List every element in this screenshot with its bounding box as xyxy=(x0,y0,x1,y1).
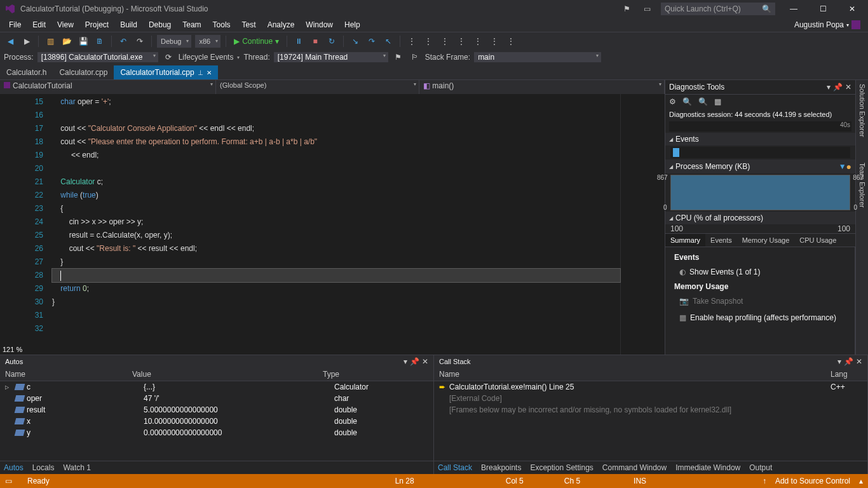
take-snapshot-link[interactable]: 📷Take Snapshot xyxy=(670,293,850,309)
lifecycle-label[interactable]: Lifecycle Events xyxy=(179,53,234,62)
autos-col-name[interactable]: Name xyxy=(5,370,132,379)
callstack-row[interactable]: ➨CalculatorTutorial.exe!main() Line 25C+… xyxy=(434,381,867,393)
menu-view[interactable]: View xyxy=(52,19,79,30)
callstack-row[interactable]: [External Code] xyxy=(434,393,867,404)
autos-col-value[interactable]: Value xyxy=(132,370,323,379)
file-tab[interactable]: Calculator.cpp xyxy=(53,65,114,79)
menu-edit[interactable]: Edit xyxy=(27,19,51,30)
save-icon[interactable]: 💾 xyxy=(77,35,90,48)
zoom-out-icon[interactable]: 🔍 xyxy=(698,97,708,106)
redo-icon[interactable]: ↷ xyxy=(133,35,146,48)
diag-tab-summary[interactable]: Summary xyxy=(665,234,705,247)
misc1-icon[interactable]: ⋮ xyxy=(405,35,418,48)
dropdown-icon[interactable]: ▾ xyxy=(837,357,841,366)
minimap[interactable] xyxy=(620,94,665,355)
mem-snapshot-icon[interactable]: ● xyxy=(846,161,851,172)
file-tab[interactable]: Calculator.h xyxy=(0,65,53,79)
menu-project[interactable]: Project xyxy=(80,19,114,30)
bottom-tab[interactable]: Output xyxy=(749,463,772,472)
autos-row[interactable]: x10.000000000000000double xyxy=(0,416,433,427)
dropdown-icon[interactable]: ▾ xyxy=(403,357,407,366)
step-over-icon[interactable]: ↷ xyxy=(365,35,378,48)
file-tab[interactable]: CalculatorTutorial.cpp ⟂ ✕ xyxy=(114,65,217,79)
platform-combo[interactable]: x86 xyxy=(195,35,220,48)
stackframe-combo[interactable]: main xyxy=(474,52,601,62)
flag-threads-icon[interactable]: 🏳 xyxy=(409,51,421,64)
pin-icon[interactable]: 📌 xyxy=(410,357,419,366)
cs-col-lang[interactable]: Lang xyxy=(831,370,862,379)
autos-row[interactable]: result5.0000000000000000double xyxy=(0,404,433,416)
user-menu[interactable]: Augustin Popa ▾ xyxy=(790,19,864,30)
diag-tab-cpu-usage[interactable]: CPU Usage xyxy=(794,234,841,247)
misc7-icon[interactable]: ⋮ xyxy=(505,35,517,48)
bottom-tab[interactable]: Exception Settings xyxy=(530,463,593,472)
zoom-in-icon[interactable]: 🔍 xyxy=(682,97,692,106)
autos-row[interactable]: oper47 '/'char xyxy=(0,393,433,404)
process-combo[interactable]: [13896] CalculatorTutorial.exe xyxy=(37,52,158,62)
misc3-icon[interactable]: ⋮ xyxy=(438,35,451,48)
bottom-tab[interactable]: Autos xyxy=(4,463,24,472)
gear-icon[interactable]: ⚙ xyxy=(669,97,676,106)
solution-explorer-tab[interactable]: Solution Explorer xyxy=(858,84,866,137)
line-number-gutter[interactable]: 1516171819202122232425➨26272829303132 xyxy=(0,94,50,355)
memory-section[interactable]: ◢Process Memory (KB)▼ ● xyxy=(665,159,855,173)
nav-fwd-icon[interactable]: ▶ xyxy=(20,35,33,48)
thread-combo[interactable]: [19724] Main Thread xyxy=(274,52,388,62)
publish-icon[interactable]: ↑ xyxy=(763,477,766,485)
misc2-icon[interactable]: ⋮ xyxy=(422,35,435,48)
continue-button[interactable]: ▶Continue ▾ xyxy=(231,37,281,46)
maximize-button[interactable]: ☐ xyxy=(812,1,834,17)
diag-tab-events[interactable]: Events xyxy=(705,234,737,247)
bottom-tab[interactable]: Call Stack xyxy=(438,463,472,472)
break-all-icon[interactable]: ⏸ xyxy=(292,35,305,48)
menu-file[interactable]: File xyxy=(4,19,26,30)
flag-icon[interactable]: ⚑ xyxy=(620,3,633,15)
stop-icon[interactable]: ■ xyxy=(309,35,322,48)
misc4-icon[interactable]: ⋮ xyxy=(455,35,468,48)
restart-icon[interactable]: ↻ xyxy=(325,35,338,48)
menu-window[interactable]: Window xyxy=(301,19,338,30)
events-section[interactable]: ◢Events xyxy=(665,133,855,146)
close-icon[interactable]: ✕ xyxy=(422,357,428,366)
status-scc[interactable]: Add to Source Control xyxy=(775,477,850,485)
cs-col-name[interactable]: Name xyxy=(439,370,831,379)
cpu-section[interactable]: ◢CPU (% of all processors) xyxy=(665,212,855,224)
new-project-icon[interactable]: ▥ xyxy=(44,35,57,48)
code-area[interactable]: char oper = '+'; cout << "Calculator Con… xyxy=(50,94,620,355)
pin-icon[interactable]: ⟂ xyxy=(198,68,203,77)
zoom-combo[interactable]: 121 % xyxy=(3,346,22,353)
nav-back-icon[interactable]: ◀ xyxy=(4,35,17,48)
notify-icon[interactable]: ▭ xyxy=(641,3,653,15)
menu-tools[interactable]: Tools xyxy=(208,19,236,30)
lifecycle-icon[interactable]: ⟳ xyxy=(162,51,175,64)
mem-pause-icon[interactable]: ▼ xyxy=(839,162,846,171)
pin-icon[interactable]: 📌 xyxy=(833,83,843,92)
filter-icon[interactable]: ⚑ xyxy=(392,51,405,64)
reset-icon[interactable]: ▦ xyxy=(714,97,721,106)
nav-scope[interactable]: (Global Scope) xyxy=(216,80,419,94)
autos-col-type[interactable]: Type xyxy=(323,370,428,379)
close-icon[interactable]: ✕ xyxy=(856,357,862,366)
close-tab-icon[interactable]: ✕ xyxy=(207,69,212,76)
menu-build[interactable]: Build xyxy=(115,19,142,30)
timeline-ruler[interactable]: 40s xyxy=(669,121,851,132)
menu-team[interactable]: Team xyxy=(177,19,206,30)
step-into-icon[interactable]: ↘ xyxy=(349,35,362,48)
menu-help[interactable]: Help xyxy=(339,19,365,30)
bottom-tab[interactable]: Locals xyxy=(32,463,55,472)
close-panel-icon[interactable]: ✕ xyxy=(845,83,851,92)
step-out-icon[interactable]: ↖ xyxy=(382,35,395,48)
bottom-tab[interactable]: Watch 1 xyxy=(63,463,91,472)
autos-row[interactable]: ▷c{...}Calculator xyxy=(0,381,433,393)
nav-member[interactable]: ◧ main() xyxy=(419,80,665,94)
bottom-tab[interactable]: Command Window xyxy=(602,463,667,472)
diag-tab-memory-usage[interactable]: Memory Usage xyxy=(737,234,795,247)
menu-analyze[interactable]: Analyze xyxy=(262,19,300,30)
dropdown-icon[interactable]: ▾ xyxy=(827,83,831,92)
menu-debug[interactable]: Debug xyxy=(144,19,176,30)
nav-project[interactable]: CalculatorTutorial xyxy=(0,80,216,94)
open-icon[interactable]: 📂 xyxy=(60,35,73,48)
bottom-tab[interactable]: Immediate Window xyxy=(675,463,740,472)
callstack-row[interactable]: [Frames below may be incorrect and/or mi… xyxy=(434,404,867,416)
misc6-icon[interactable]: ⋮ xyxy=(488,35,501,48)
